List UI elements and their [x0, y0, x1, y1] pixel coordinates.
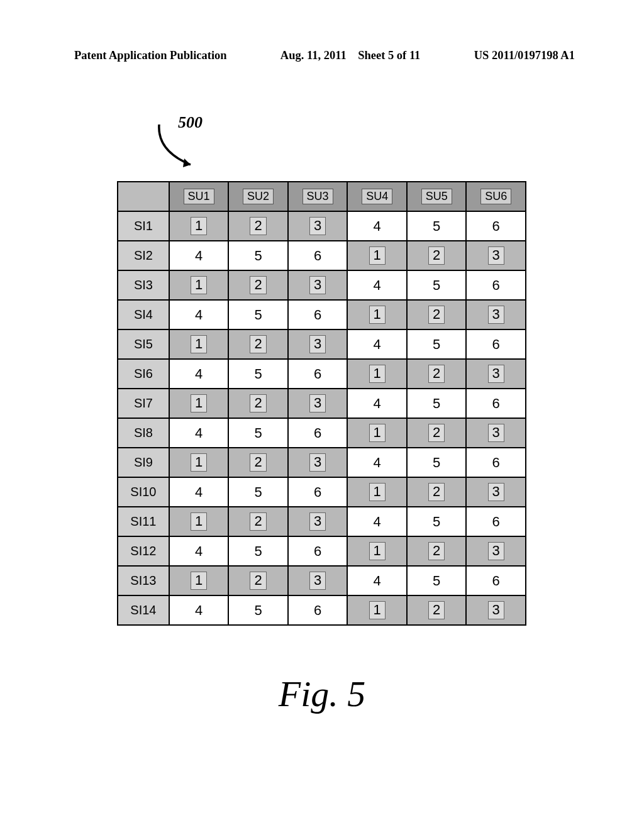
- table-cell: 3: [466, 595, 526, 625]
- table-cell: 4: [347, 389, 407, 418]
- table-cell: 6: [466, 507, 526, 536]
- table-cell: 3: [288, 270, 348, 300]
- svg-marker-0: [183, 158, 191, 167]
- table-cell: 3: [288, 566, 348, 595]
- table-cell: 1: [347, 241, 407, 270]
- allocation-table: SU1 SU2 SU3 SU4 SU5 SU6 SI1123456SI24561…: [117, 181, 526, 626]
- table-cell: 2: [407, 477, 467, 507]
- table-cell: 4: [169, 595, 229, 625]
- col-header-su6: SU6: [466, 182, 526, 211]
- table-cell: 6: [288, 536, 348, 566]
- table-cell: 1: [347, 595, 407, 625]
- table-cell: 6: [288, 595, 348, 625]
- table-cell: 3: [466, 536, 526, 566]
- curved-arrow-icon: [154, 119, 211, 173]
- table-cell: 3: [466, 241, 526, 270]
- table-row: SI4456123: [118, 300, 526, 329]
- table-row: SI9123456: [118, 448, 526, 477]
- table-cell: 3: [288, 448, 348, 477]
- table-cell: 1: [169, 211, 229, 241]
- page-header: Patent Application Publication Aug. 11, …: [0, 49, 644, 62]
- table-cell: 1: [347, 477, 407, 507]
- col-header-su5: SU5: [407, 182, 467, 211]
- table-cell: 3: [288, 211, 348, 241]
- table-row: SI8456123: [118, 418, 526, 448]
- table-cell: 1: [347, 359, 407, 389]
- table-row: SI3123456: [118, 270, 526, 300]
- table-cell: 6: [466, 448, 526, 477]
- table-row: SI1123456: [118, 211, 526, 241]
- table-cell: 5: [228, 536, 288, 566]
- table-cell: 6: [288, 241, 348, 270]
- header-sheet: Sheet 5 of 11: [358, 49, 420, 62]
- table-cell: 4: [347, 566, 407, 595]
- table-cell: 3: [466, 300, 526, 329]
- table-cell: 5: [407, 448, 467, 477]
- table-cell: 5: [407, 389, 467, 418]
- table-row: SI14456123: [118, 595, 526, 625]
- table-cell: 6: [466, 566, 526, 595]
- table-row: SI10456123: [118, 477, 526, 507]
- row-header: SI11: [118, 507, 169, 536]
- table-cell: 6: [288, 477, 348, 507]
- table-cell: 3: [466, 359, 526, 389]
- table-cell: 2: [228, 329, 288, 359]
- table-cell: 2: [228, 270, 288, 300]
- table-cell: 6: [466, 329, 526, 359]
- row-header: SI12: [118, 536, 169, 566]
- col-header-su4: SU4: [347, 182, 407, 211]
- table-cell: 4: [347, 329, 407, 359]
- table-cell: 4: [169, 359, 229, 389]
- table-cell: 5: [228, 241, 288, 270]
- table-cell: 2: [228, 448, 288, 477]
- col-header-su2: SU2: [228, 182, 288, 211]
- table-row: SI7123456: [118, 389, 526, 418]
- header-left: Patent Application Publication: [74, 49, 227, 62]
- table-row: SI6456123: [118, 359, 526, 389]
- table-cell: 4: [347, 270, 407, 300]
- table-cell: 5: [407, 507, 467, 536]
- table-row: SI13123456: [118, 566, 526, 595]
- table-cell: 2: [407, 359, 467, 389]
- table-cell: 5: [228, 595, 288, 625]
- table-cell: 4: [169, 536, 229, 566]
- table-cell: 4: [347, 211, 407, 241]
- table-cell: 2: [407, 536, 467, 566]
- table-cell: 2: [407, 241, 467, 270]
- table-cell: 2: [407, 418, 467, 448]
- table-cell: 5: [407, 566, 467, 595]
- table-cell: 5: [228, 359, 288, 389]
- table-cell: 1: [347, 300, 407, 329]
- table-cell: 2: [407, 300, 467, 329]
- table-cell: 5: [407, 211, 467, 241]
- row-header: SI3: [118, 270, 169, 300]
- table-cell: 6: [288, 359, 348, 389]
- table-cell: 1: [347, 536, 407, 566]
- table-cell: 6: [466, 389, 526, 418]
- table-cell: 2: [228, 389, 288, 418]
- table-cell: 5: [407, 329, 467, 359]
- col-header-su3: SU3: [288, 182, 348, 211]
- row-header: SI6: [118, 359, 169, 389]
- row-header: SI9: [118, 448, 169, 477]
- table-cell: 2: [407, 595, 467, 625]
- table-cell: 4: [347, 448, 407, 477]
- table-row: SI5123456: [118, 329, 526, 359]
- reference-callout: 500: [154, 113, 217, 173]
- table-cell: 1: [169, 389, 229, 418]
- table-cell: 4: [169, 418, 229, 448]
- table-cell: 1: [169, 329, 229, 359]
- row-header: SI8: [118, 418, 169, 448]
- table-cell: 4: [169, 300, 229, 329]
- table-cell: 1: [169, 507, 229, 536]
- row-header: SI10: [118, 477, 169, 507]
- header-right: US 2011/0197198 A1: [474, 49, 575, 62]
- table-cell: 3: [288, 389, 348, 418]
- table-cell: 4: [169, 241, 229, 270]
- table-cell: 4: [169, 477, 229, 507]
- header-date: Aug. 11, 2011: [280, 49, 347, 62]
- table-cell: 6: [466, 270, 526, 300]
- table-cell: 6: [466, 211, 526, 241]
- table-cell: 1: [169, 270, 229, 300]
- table-cell: 2: [228, 566, 288, 595]
